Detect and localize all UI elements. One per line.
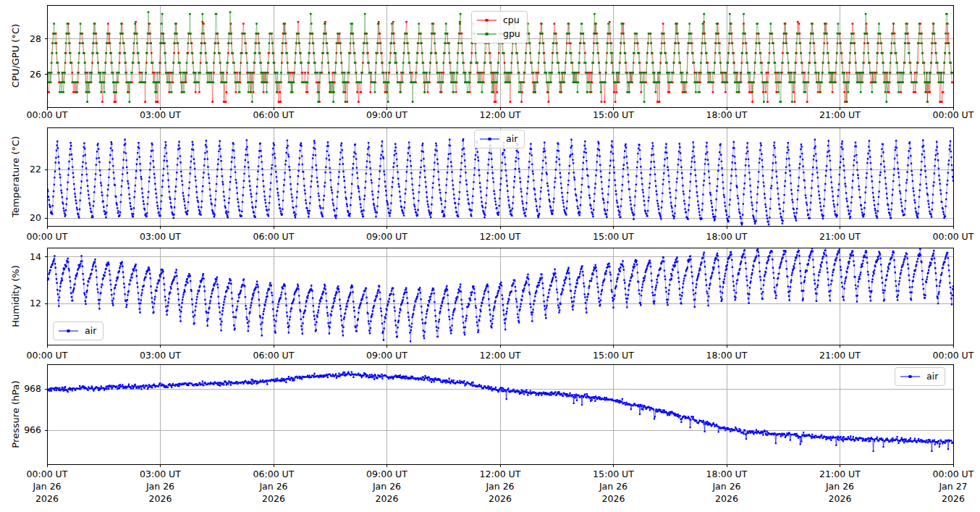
x-tick-label: 03:00 UT xyxy=(117,109,204,121)
x-tick-label: 06:00 UT Jan 26 2026 xyxy=(230,468,317,505)
y-tick-label: 26 xyxy=(0,69,41,80)
x-tick-label: 09:00 UT xyxy=(344,109,431,121)
plots-canvas xyxy=(0,0,980,512)
y-tick-label: 12 xyxy=(0,298,41,309)
air-line-sample-icon xyxy=(900,373,920,380)
x-tick-label: 15:00 UT xyxy=(570,230,657,243)
x-tick-label: 15:00 UT xyxy=(570,349,657,361)
legend-entry-gpu: gpu xyxy=(477,28,520,40)
y-tick-label: 28 xyxy=(0,33,41,44)
x-tick-label: 00:00 UT xyxy=(4,230,90,243)
x-tick-label: 00:00 UT Jan 26 2026 xyxy=(4,468,90,505)
x-tick-label: 06:00 UT xyxy=(230,109,317,121)
x-tick-label: 06:00 UT xyxy=(230,230,317,243)
x-tick-label: 21:00 UT xyxy=(797,109,884,121)
legend-label-air: air xyxy=(506,133,518,145)
x-tick-label: 00:00 UT xyxy=(4,109,90,121)
x-tick-label: 18:00 UT xyxy=(683,349,770,361)
legend-label-air: air xyxy=(926,371,938,382)
y-tick-label: 20 xyxy=(0,212,41,223)
legend-temperature: air xyxy=(474,130,525,148)
x-tick-label: 03:00 UT Jan 26 2026 xyxy=(117,468,204,505)
x-tick-label: 09:00 UT xyxy=(344,230,431,243)
legend-entry-air: air xyxy=(59,325,96,337)
x-tick-label: 21:00 UT Jan 26 2026 xyxy=(797,468,884,505)
cpu-line-sample-icon xyxy=(477,17,497,24)
legend-entry-cpu: cpu xyxy=(477,14,520,26)
y-tick-label: 14 xyxy=(0,251,41,262)
legend-entry-air: air xyxy=(480,133,518,145)
legend-label-cpu: cpu xyxy=(503,14,520,26)
legend-label-air: air xyxy=(85,325,96,337)
x-tick-label: 00:00 UT xyxy=(910,230,980,243)
y-tick-label: 966 xyxy=(0,424,41,435)
legend-cpu-gpu: cpu gpu xyxy=(471,11,528,43)
x-tick-label: 09:00 UT xyxy=(344,349,431,361)
x-tick-label: 09:00 UT Jan 26 2026 xyxy=(344,468,431,505)
x-tick-label: 21:00 UT xyxy=(797,349,884,361)
x-tick-label: 00:00 UT Jan 27 2026 xyxy=(910,468,980,505)
x-tick-label: 18:00 UT Jan 26 2026 xyxy=(683,468,770,505)
x-tick-label: 15:00 UT xyxy=(570,109,657,121)
x-tick-label: 12:00 UT xyxy=(457,230,544,243)
x-tick-label: 00:00 UT xyxy=(4,349,90,361)
x-tick-label: 00:00 UT xyxy=(910,349,980,361)
legend-pressure: air xyxy=(895,367,945,386)
x-tick-label: 18:00 UT xyxy=(683,230,770,243)
x-tick-label: 03:00 UT xyxy=(117,230,204,243)
gpu-line-sample-icon xyxy=(477,30,497,38)
x-tick-label: 21:00 UT xyxy=(797,230,884,243)
air-line-sample-icon xyxy=(480,135,499,143)
legend-label-gpu: gpu xyxy=(503,28,520,40)
y-tick-label: 968 xyxy=(0,383,41,394)
x-tick-label: 12:00 UT xyxy=(457,349,544,361)
x-tick-label: 06:00 UT xyxy=(230,349,317,361)
y-axis-label-temperature: Temperature (°C) xyxy=(10,136,21,217)
x-tick-label: 15:00 UT Jan 26 2026 xyxy=(570,468,657,505)
legend-humidity: air xyxy=(53,322,104,340)
y-tick-label: 22 xyxy=(0,164,41,175)
x-tick-label: 00:00 UT xyxy=(910,109,980,121)
x-tick-label: 12:00 UT xyxy=(457,109,544,121)
sensor-timeseries-figure: CPU/GPU (°C) Temperature (°C) Humidity (… xyxy=(0,0,980,512)
x-tick-label: 18:00 UT xyxy=(683,109,770,121)
y-axis-label-humidity: Humidity (%) xyxy=(10,265,21,327)
x-tick-label: 03:00 UT xyxy=(117,349,204,361)
legend-entry-air: air xyxy=(900,371,938,382)
x-tick-label: 12:00 UT Jan 26 2026 xyxy=(457,468,544,505)
air-line-sample-icon xyxy=(59,327,78,335)
